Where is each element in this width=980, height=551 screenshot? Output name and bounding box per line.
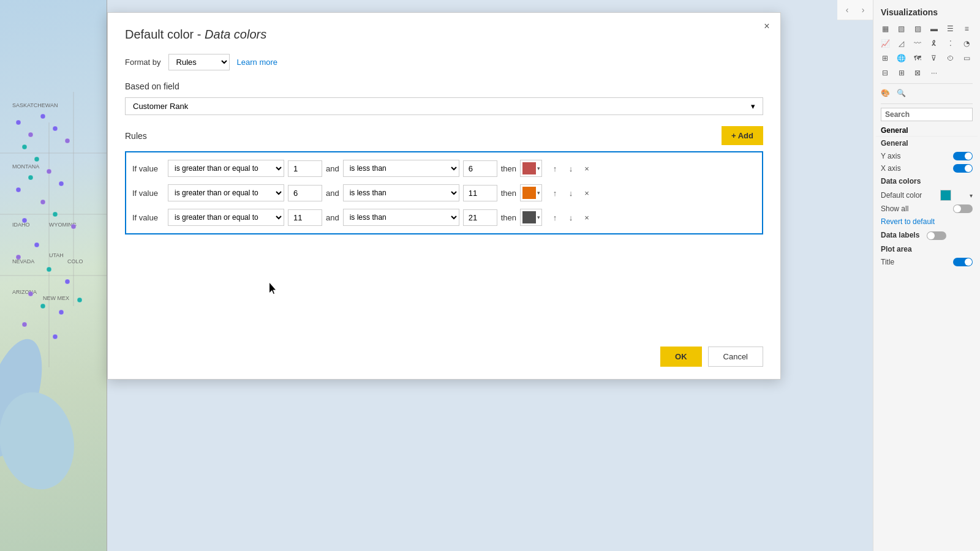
show-all-label: Show all bbox=[881, 204, 908, 213]
panel-default-color-row: Default color ▾ bbox=[876, 188, 978, 203]
viz-icon-area[interactable]: ◿ bbox=[895, 37, 908, 50]
rule-3-condition1[interactable]: is greater than or equal to bbox=[168, 209, 284, 226]
viz-icon-funnel[interactable]: ⊽ bbox=[927, 51, 941, 65]
rule-2-color-button[interactable]: ▾ bbox=[520, 184, 542, 201]
viz-icon-slicer[interactable]: ⊠ bbox=[911, 66, 924, 80]
dialog-close-button[interactable]: × bbox=[761, 20, 773, 32]
dialog-title-italic: Data colors bbox=[205, 28, 266, 41]
rule-1-value2[interactable] bbox=[463, 160, 497, 177]
learn-more-link[interactable]: Learn more bbox=[237, 58, 277, 67]
field-select-value: Customer Rank bbox=[133, 102, 188, 111]
rule-row-2: If value is greater than or equal to and… bbox=[130, 181, 758, 205]
rule-1-then-label: then bbox=[501, 164, 516, 173]
dialog-footer: OK Cancel bbox=[660, 347, 763, 367]
map-background bbox=[0, 0, 107, 551]
search-label: General bbox=[881, 126, 908, 135]
ok-button[interactable]: OK bbox=[660, 347, 702, 367]
rule-1-down[interactable]: ↓ bbox=[564, 162, 578, 175]
viz-icon-bar[interactable]: ▦ bbox=[878, 22, 892, 36]
title-toggle[interactable] bbox=[953, 258, 973, 266]
data-labels-toggle[interactable] bbox=[927, 231, 946, 240]
show-all-toggle[interactable] bbox=[953, 204, 973, 213]
rule-3-color-chevron: ▾ bbox=[537, 214, 540, 220]
viz-icon-stacked-bar[interactable]: ▧ bbox=[895, 22, 908, 36]
x-axis-toggle[interactable] bbox=[953, 164, 973, 173]
viz-icon-100-bar[interactable]: ▨ bbox=[911, 22, 924, 36]
default-color-label: Default color bbox=[881, 191, 922, 200]
viz-icon-filled-map[interactable]: 🗺 bbox=[911, 51, 924, 65]
viz-icon-100-hbar[interactable]: ≡ bbox=[960, 22, 973, 36]
rule-3-condition2[interactable]: is less than bbox=[343, 209, 459, 226]
visualizations-panel: Visualizations ▦ ▧ ▨ ▬ ☰ ≡ 📈 ◿ 〰 🎗 ⁚ ◔ ⊞… bbox=[873, 0, 980, 551]
rule-2-condition1[interactable]: is greater than or equal to bbox=[168, 184, 284, 201]
panel-show-all-row: Show all bbox=[876, 203, 978, 215]
viz-icon-scatter[interactable]: ⁚ bbox=[944, 37, 957, 50]
revert-to-default[interactable]: Revert to default bbox=[876, 215, 978, 228]
rule-3-color-button[interactable]: ▾ bbox=[520, 209, 542, 226]
rule-1-if-label: If value bbox=[132, 164, 164, 173]
viz-icon-ribbon[interactable]: 🎗 bbox=[927, 37, 941, 50]
panel-title-row: Title bbox=[876, 256, 978, 268]
rules-header: Rules + Add bbox=[125, 126, 763, 145]
rule-1-delete[interactable]: × bbox=[580, 162, 594, 175]
format-by-select[interactable]: Rules bbox=[168, 54, 230, 70]
rule-3-if-label: If value bbox=[132, 213, 164, 222]
rule-1-condition1[interactable]: is greater than or equal to bbox=[168, 160, 284, 177]
rule-2-value1[interactable] bbox=[288, 185, 322, 201]
panel-plot-area-title: Plot area bbox=[876, 242, 978, 256]
viz-icon-stacked-hbar[interactable]: ☰ bbox=[944, 22, 957, 36]
panel-x-axis-row: X axis bbox=[876, 162, 978, 174]
rule-2-up[interactable]: ↑ bbox=[548, 186, 562, 200]
viz-icon-table[interactable]: ⊟ bbox=[878, 66, 892, 80]
y-axis-label: Y axis bbox=[881, 152, 900, 160]
rule-2-condition2[interactable]: is less than bbox=[343, 184, 459, 201]
modal-overlay: × Default color - Data colors Format by … bbox=[107, 0, 873, 551]
viz-icon-line[interactable]: 📈 bbox=[878, 37, 892, 50]
rules-title: Rules bbox=[125, 131, 147, 141]
rule-2-down[interactable]: ↓ bbox=[564, 186, 578, 200]
default-color-chevron[interactable]: ▾ bbox=[970, 192, 973, 199]
format-by-label: Format by bbox=[125, 58, 161, 67]
rule-1-value1[interactable] bbox=[288, 160, 322, 177]
dialog-title-static: Default color - bbox=[125, 28, 205, 41]
rule-2-value2[interactable] bbox=[463, 185, 497, 201]
viz-icon-filter[interactable]: 🔍 bbox=[895, 86, 908, 100]
viz-divider-2 bbox=[881, 103, 973, 104]
y-axis-toggle[interactable] bbox=[953, 152, 973, 160]
viz-icon-treemap[interactable]: ⊞ bbox=[878, 51, 892, 65]
field-select[interactable]: Customer Rank ▾ bbox=[125, 97, 763, 115]
based-on-field-label: Based on field bbox=[125, 81, 763, 91]
rule-2-color-chevron: ▾ bbox=[537, 190, 540, 196]
rule-3-delete[interactable]: × bbox=[580, 211, 594, 224]
default-color-swatch[interactable] bbox=[940, 190, 951, 201]
viz-icon-map[interactable]: 🌐 bbox=[895, 51, 908, 65]
field-select-chevron: ▾ bbox=[751, 102, 755, 111]
rule-3-down[interactable]: ↓ bbox=[564, 211, 578, 224]
rules-container: If value is greater than or equal to and… bbox=[125, 151, 763, 234]
rule-3-value1[interactable] bbox=[288, 209, 322, 226]
rule-1-color-button[interactable]: ▾ bbox=[520, 160, 542, 177]
viz-format-icons: 🎨 🔍 bbox=[876, 86, 978, 100]
rule-1-color-chevron: ▾ bbox=[537, 165, 540, 171]
viz-icon-more[interactable]: ··· bbox=[927, 66, 941, 80]
rule-1-up[interactable]: ↑ bbox=[548, 162, 562, 175]
viz-icon-line-cluster[interactable]: 〰 bbox=[911, 37, 924, 50]
rule-1-condition2[interactable]: is less than bbox=[343, 160, 459, 177]
add-rule-button[interactable]: + Add bbox=[722, 126, 763, 145]
rule-2-delete[interactable]: × bbox=[580, 186, 594, 200]
viz-divider-1 bbox=[881, 83, 973, 84]
rule-1-actions: ↑ ↓ × bbox=[548, 162, 594, 175]
cancel-button[interactable]: Cancel bbox=[708, 347, 763, 367]
rule-row-3: If value is greater than or equal to and… bbox=[130, 205, 758, 230]
dialog: × Default color - Data colors Format by … bbox=[107, 12, 781, 380]
rule-3-value2[interactable] bbox=[463, 209, 497, 226]
rule-3-up[interactable]: ↑ bbox=[548, 211, 562, 224]
viz-icon-matrix[interactable]: ⊞ bbox=[895, 66, 908, 80]
viz-icon-hbar[interactable]: ▬ bbox=[927, 22, 941, 36]
viz-icon-format[interactable]: 🎨 bbox=[878, 86, 892, 100]
rule-3-then-label: then bbox=[501, 213, 516, 222]
panel-general-title: General bbox=[876, 137, 978, 150]
viz-icon-card[interactable]: ▭ bbox=[960, 51, 973, 65]
viz-icon-gauge[interactable]: ⏲ bbox=[944, 51, 957, 65]
viz-icon-pie[interactable]: ◔ bbox=[960, 37, 973, 50]
